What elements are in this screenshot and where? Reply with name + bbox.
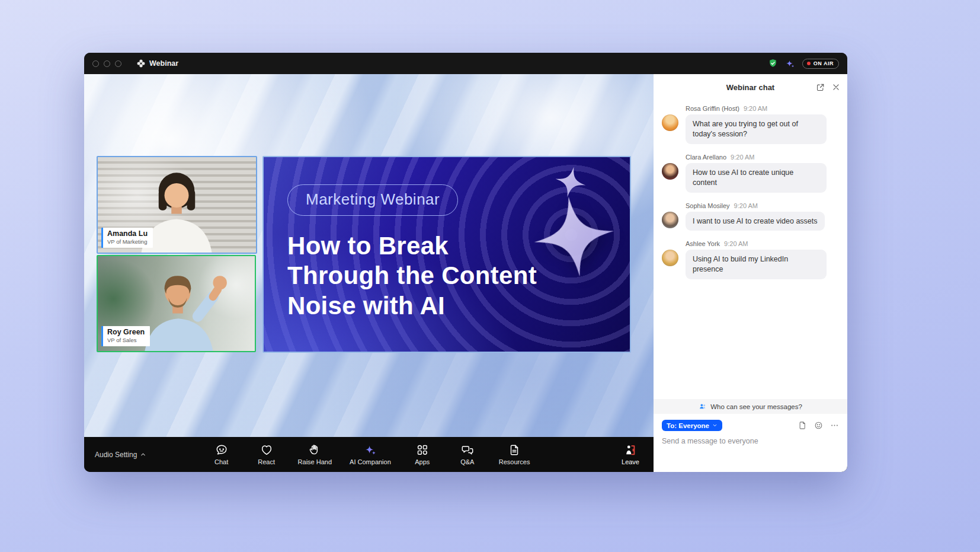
chat-message: Sophia Mosiley9:20 AM I want to use AI t… bbox=[662, 202, 839, 231]
shared-slide: Marketing Webinar How to Break Through t… bbox=[262, 156, 631, 353]
chat-message: Ashlee York9:20 AM Using AI to build my … bbox=[662, 240, 839, 279]
speaker-role: VP of Marketing bbox=[107, 238, 148, 245]
chat-panel: Webinar chat Rosa Griffin (Host)9:20 AM bbox=[654, 74, 847, 472]
message-time: 9:20 AM bbox=[724, 240, 748, 247]
window-zoom-button[interactable] bbox=[115, 60, 121, 67]
chat-message: Rosa Griffin (Host)9:20 AM What are you … bbox=[662, 105, 839, 144]
webinar-icon bbox=[137, 59, 145, 68]
ai-companion-icon bbox=[364, 443, 377, 457]
webinar-window: Webinar ON AIR bbox=[84, 53, 847, 472]
avatar bbox=[662, 163, 678, 180]
speaker-role: VP of Sales bbox=[107, 337, 145, 344]
window-titlebar: Webinar ON AIR bbox=[84, 53, 847, 74]
avatar bbox=[662, 250, 678, 266]
on-air-badge: ON AIR bbox=[802, 59, 839, 69]
speaker-video-roy[interactable]: Roy Green VP of Sales bbox=[97, 255, 256, 352]
webinar-stage: Amanda Lu VP of Marketing bbox=[84, 74, 654, 472]
message-author: Sophia Mosiley bbox=[686, 202, 730, 209]
security-shield-icon bbox=[768, 58, 778, 69]
message-author: Rosa Griffin (Host) bbox=[686, 105, 739, 112]
ai-companion-sparkle-icon[interactable] bbox=[785, 59, 795, 69]
meeting-toolbar: Audio Setting Chat React bbox=[84, 437, 654, 472]
chat-message-list: Rosa Griffin (Host)9:20 AM What are you … bbox=[654, 100, 847, 399]
window-minimize-button[interactable] bbox=[104, 60, 110, 67]
to-everyone-selector[interactable]: To: Everyone bbox=[662, 420, 722, 431]
apps-icon bbox=[416, 443, 429, 457]
people-icon bbox=[699, 403, 707, 410]
message-bubble: How to use AI to create unique content bbox=[686, 163, 827, 193]
avatar bbox=[662, 212, 678, 228]
toolbar-react-button[interactable]: React bbox=[253, 443, 280, 465]
message-bubble: I want to use AI to create video assets bbox=[686, 212, 825, 231]
chat-footer: Who can see your messages? To: Everyone bbox=[654, 399, 847, 472]
message-author: Ashlee York bbox=[686, 240, 720, 247]
leave-icon bbox=[624, 443, 637, 457]
message-author: Clara Arellano bbox=[686, 154, 726, 161]
toolbar-leave-button[interactable]: Leave bbox=[622, 443, 639, 465]
speaker-name: Roy Green bbox=[107, 328, 145, 337]
chat-header: Webinar chat bbox=[654, 74, 847, 100]
message-visibility-info[interactable]: Who can see your messages? bbox=[654, 399, 847, 414]
close-icon[interactable] bbox=[832, 83, 840, 91]
slide-badge: Marketing Webinar bbox=[287, 184, 458, 216]
message-bubble: What are you trying to get out of today'… bbox=[686, 114, 827, 144]
audio-setting-button[interactable]: Audio Setting bbox=[95, 451, 146, 459]
qa-icon bbox=[461, 443, 474, 457]
message-time: 9:20 AM bbox=[731, 154, 754, 161]
speaker-name: Amanda Lu bbox=[107, 229, 148, 239]
window-controls bbox=[92, 60, 121, 67]
composer-toolbar: To: Everyone bbox=[654, 414, 847, 431]
toolbar-chat-button[interactable]: Chat bbox=[208, 443, 235, 465]
speaker-video-amanda[interactable]: Amanda Lu VP of Marketing bbox=[97, 156, 257, 254]
window-title: Webinar bbox=[137, 59, 178, 68]
raise-hand-icon bbox=[308, 443, 321, 457]
toolbar-qa-button[interactable]: Q&A bbox=[454, 443, 481, 465]
message-time: 9:20 AM bbox=[734, 202, 758, 209]
chevron-down-icon bbox=[712, 423, 718, 428]
chat-icon bbox=[215, 443, 228, 457]
message-time: 9:20 AM bbox=[744, 105, 767, 112]
speaker-name-tag: Amanda Lu VP of Marketing bbox=[101, 228, 153, 248]
file-attach-icon[interactable] bbox=[798, 421, 807, 430]
chat-message: Clara Arellano9:20 AM How to use AI to c… bbox=[662, 154, 839, 193]
message-input[interactable] bbox=[654, 431, 847, 445]
toolbar-raise-hand-button[interactable]: Raise Hand bbox=[298, 443, 332, 465]
window-close-button[interactable] bbox=[92, 60, 99, 67]
speaker-name-tag: Roy Green VP of Sales bbox=[101, 326, 150, 347]
toolbar-apps-button[interactable]: Apps bbox=[409, 443, 436, 465]
toolbar-ai-companion-button[interactable]: AI Companion bbox=[350, 443, 391, 465]
popout-icon[interactable] bbox=[816, 83, 825, 92]
toolbar-resources-button[interactable]: Resources bbox=[499, 443, 530, 465]
desktop: { "window": { "title": "Webinar", "on_ai… bbox=[0, 0, 980, 552]
emoji-icon[interactable] bbox=[814, 421, 823, 430]
avatar bbox=[662, 114, 678, 131]
resources-icon bbox=[508, 443, 521, 457]
slide-decor-star-big bbox=[529, 191, 620, 282]
message-bubble: Using AI to build my LinkedIn presence bbox=[686, 250, 827, 279]
video-area: Amanda Lu VP of Marketing bbox=[84, 74, 654, 437]
chevron-up-icon bbox=[140, 451, 146, 458]
on-air-dot bbox=[807, 62, 811, 65]
more-options-icon[interactable] bbox=[830, 421, 839, 430]
heart-icon bbox=[260, 443, 273, 457]
